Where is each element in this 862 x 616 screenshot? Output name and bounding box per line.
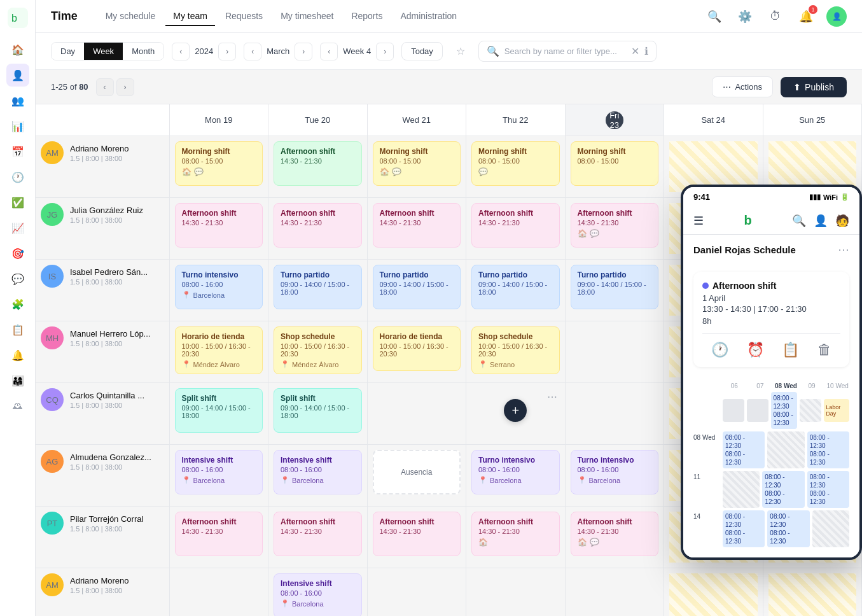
- shift-cell[interactable]: Turno partido 09:00 - 14:00 / 15:00 - 18…: [466, 260, 566, 321]
- shift-card[interactable]: Afternoon shift 14:30 - 21:30 🏠: [471, 512, 560, 556]
- shift-card[interactable]: Afternoon shift 14:30 - 21:30: [274, 203, 362, 248]
- shift-card[interactable]: Morning shift 08:00 - 15:00: [571, 141, 659, 186]
- shift-cell[interactable]: Ausencia: [367, 445, 466, 507]
- shift-card[interactable]: Turno partido 09:00 - 14:00 / 15:00 - 18…: [471, 265, 560, 309]
- shift-cell[interactable]: [367, 383, 466, 445]
- nav-requests[interactable]: Requests: [218, 7, 270, 26]
- shift-cell[interactable]: Turno partido 09:00 - 14:00 / 15:00 - 18…: [367, 260, 466, 321]
- shift-cell[interactable]: Afternoon shift 14:30 - 21:30: [268, 198, 368, 260]
- next-page-btn[interactable]: ›: [116, 78, 134, 96]
- shift-cell[interactable]: Afternoon shift 14:30 - 21:30: [169, 507, 268, 568]
- sidebar-icon-team[interactable]: 👥: [6, 89, 29, 112]
- mobile-clock-action[interactable]: 🕐: [711, 342, 728, 358]
- sidebar-icon-chart[interactable]: 📊: [6, 115, 29, 137]
- next-year-btn[interactable]: ›: [218, 43, 236, 60]
- mobile-avatar[interactable]: 🧑: [835, 214, 849, 228]
- shift-card[interactable]: Turno intensivo 08:00 - 16:00 📍Barcelona: [471, 450, 560, 494]
- shift-cell[interactable]: [565, 383, 664, 445]
- next-week-btn[interactable]: ›: [376, 43, 394, 60]
- shift-card[interactable]: Intensive shift 08:00 - 16:00 📍Barcelona: [274, 573, 362, 616]
- sidebar-icon-target[interactable]: 🎯: [6, 242, 29, 265]
- shift-cell[interactable]: Turno partido 09:00 - 14:00 / 15:00 - 18…: [268, 260, 368, 321]
- shift-cell[interactable]: [466, 568, 566, 617]
- shift-card[interactable]: Turno intensivo 08:00 - 16:00 📍Barcelona: [175, 265, 263, 309]
- notification-icon-btn[interactable]: 🔔1: [796, 6, 816, 27]
- shift-cell[interactable]: Afternoon shift 14:30 - 21:30 🏠💬: [565, 507, 664, 568]
- shift-card[interactable]: Turno partido 09:00 - 14:00 / 15:00 - 18…: [373, 265, 461, 309]
- prev-year-btn[interactable]: ‹: [172, 43, 190, 60]
- shift-cell[interactable]: Turno intensivo 08:00 - 16:00 📍Barcelona: [565, 445, 664, 507]
- shift-card[interactable]: Shop schedule 10:00 - 15:00 / 16:30 - 20…: [471, 326, 560, 374]
- shift-cell[interactable]: Horario de tienda 10:00 - 15:00 / 16:30 …: [367, 321, 466, 383]
- shift-cell[interactable]: Horario de tienda 10:00 - 15:00 / 16:30 …: [169, 321, 268, 383]
- sidebar-icon-clock[interactable]: 🕐: [6, 165, 29, 188]
- view-week-btn[interactable]: Week: [84, 43, 123, 60]
- shift-card[interactable]: Split shift 09:00 - 14:00 / 15:00 - 18:0…: [274, 388, 362, 433]
- shift-cell[interactable]: [664, 568, 763, 617]
- shift-cell[interactable]: [367, 568, 466, 617]
- info-icon[interactable]: ℹ: [644, 45, 648, 57]
- mobile-profile-icon[interactable]: 👤: [814, 214, 828, 228]
- sidebar-icon-alert[interactable]: 🔔: [6, 344, 29, 367]
- shift-cell[interactable]: Afternoon shift 14:30 - 21:30: [268, 507, 368, 568]
- shift-card[interactable]: Afternoon shift 14:30 - 21:30: [274, 512, 362, 556]
- timer-icon-btn[interactable]: ⏱: [765, 6, 786, 27]
- shift-cell[interactable]: Afternoon shift 14:30 - 21:30: [169, 198, 268, 260]
- mobile-header-more[interactable]: ⋯: [838, 242, 849, 256]
- shift-card[interactable]: Afternoon shift 14:30 - 21:30 🏠💬: [571, 512, 659, 556]
- shift-cell[interactable]: Morning shift 08:00 - 15:00 💬: [466, 136, 566, 198]
- shift-cell[interactable]: [169, 568, 268, 617]
- shift-card[interactable]: Shop schedule 10:00 - 15:00 / 16:30 - 20…: [274, 326, 362, 374]
- mobile-alarm-action[interactable]: ⏰: [747, 342, 764, 358]
- shift-cell[interactable]: + ⋯: [466, 383, 566, 445]
- today-btn[interactable]: Today: [401, 42, 443, 60]
- shift-cell[interactable]: Afternoon shift 14:30 - 21:30: [367, 198, 466, 260]
- shift-cell[interactable]: Morning shift 08:00 - 15:00 🏠💬: [169, 136, 268, 198]
- shift-cell[interactable]: Shop schedule 10:00 - 15:00 / 16:30 - 20…: [466, 321, 566, 383]
- shift-card[interactable]: Afternoon shift 14:30 - 21:30 🏠💬: [571, 203, 659, 248]
- shift-card[interactable]: Turno partido 09:00 - 14:00 / 15:00 - 18…: [571, 265, 659, 309]
- shift-cell[interactable]: Turno intensivo 08:00 - 16:00 📍Barcelona: [466, 445, 566, 507]
- publish-btn[interactable]: ⬆ Publish: [781, 77, 847, 97]
- sidebar-icon-analytics[interactable]: 📈: [6, 216, 29, 239]
- sidebar-icon-message[interactable]: 💬: [6, 267, 29, 290]
- shift-cell[interactable]: Afternoon shift 14:30 - 21:30: [466, 198, 566, 260]
- shift-card[interactable]: Morning shift 08:00 - 15:00 💬: [471, 141, 560, 186]
- shift-card[interactable]: Morning shift 08:00 - 15:00 🏠💬: [175, 141, 263, 186]
- shift-card[interactable]: Afternoon shift 14:30 - 21:30: [373, 203, 461, 248]
- shift-cell[interactable]: Afternoon shift 14:30 - 21:30 🏠: [466, 507, 566, 568]
- nav-reports[interactable]: Reports: [344, 7, 390, 26]
- shift-cell[interactable]: Split shift 09:00 - 14:00 / 15:00 - 18:0…: [169, 383, 268, 445]
- sidebar-icon-users[interactable]: 👨‍👩‍👧: [6, 369, 29, 392]
- shift-cell[interactable]: Afternoon shift 14:30 - 21:30 🏠💬: [565, 198, 664, 260]
- shift-card[interactable]: Horario de tienda 10:00 - 15:00 / 16:30 …: [175, 326, 263, 374]
- search-icon-btn[interactable]: 🔍: [704, 6, 725, 27]
- settings-icon-btn[interactable]: ⚙️: [735, 6, 755, 27]
- mobile-search-icon[interactable]: 🔍: [792, 214, 806, 228]
- shift-card[interactable]: Afternoon shift 14:30 - 21:30: [471, 203, 560, 248]
- sidebar-icon-puzzle[interactable]: 🧩: [6, 293, 29, 316]
- shift-card[interactable]: Intensive shift 08:00 - 16:00 📍Barcelona: [175, 450, 263, 494]
- sidebar-icon-layers[interactable]: 📋: [6, 318, 29, 341]
- shift-cell[interactable]: Morning shift 08:00 - 15:00: [565, 136, 664, 198]
- clear-search-icon[interactable]: ✕: [631, 45, 639, 57]
- sidebar-icon-home[interactable]: 🏠: [6, 38, 29, 61]
- shift-card[interactable]: Afternoon shift 14:30 - 21:30: [373, 512, 461, 556]
- cell-more-btn[interactable]: ⋯: [547, 391, 557, 403]
- prev-week-btn[interactable]: ‹: [320, 43, 338, 60]
- view-month-btn[interactable]: Month: [123, 43, 163, 60]
- shift-cell[interactable]: Intensive shift 08:00 - 16:00 📍Barcelona: [268, 445, 368, 507]
- shift-cell[interactable]: Split shift 09:00 - 14:00 / 15:00 - 18:0…: [268, 383, 368, 445]
- next-month-btn[interactable]: ›: [295, 43, 312, 60]
- shift-cell[interactable]: [565, 321, 664, 383]
- sidebar-icon-calendar[interactable]: 📅: [6, 140, 29, 163]
- shift-cell[interactable]: Intensive shift 08:00 - 16:00 📍Barcelona: [268, 568, 368, 617]
- favorite-btn[interactable]: ☆: [450, 41, 471, 62]
- shift-card[interactable]: Afternoon shift 14:30 - 21:30: [175, 203, 263, 248]
- view-day-btn[interactable]: Day: [52, 43, 84, 60]
- shift-cell[interactable]: Turno intensivo 08:00 - 16:00 📍Barcelona: [169, 260, 268, 321]
- sidebar-icon-check[interactable]: ✅: [6, 191, 29, 214]
- shift-cell[interactable]: [565, 568, 664, 617]
- shift-card[interactable]: Afternoon shift 14:30 - 21:30: [274, 141, 362, 186]
- shift-card[interactable]: Split shift 09:00 - 14:00 / 15:00 - 18:0…: [175, 388, 263, 433]
